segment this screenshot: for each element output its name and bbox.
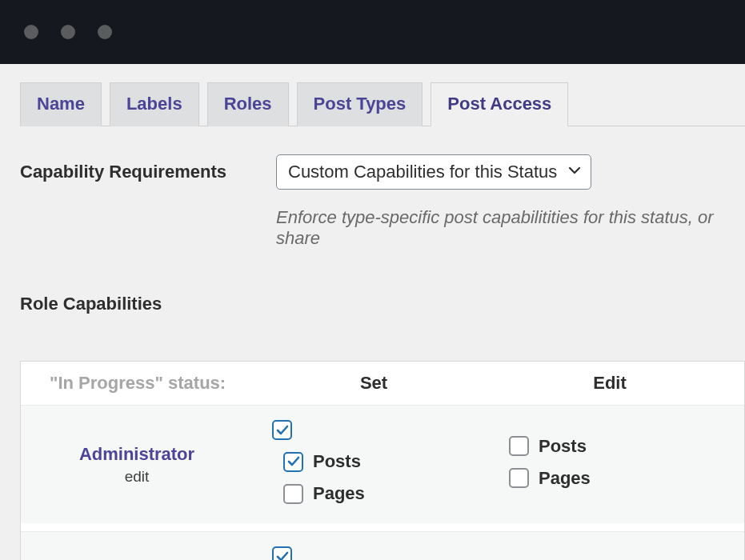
set-posts-row: Posts — [283, 451, 466, 472]
edit-posts-row: Posts — [509, 436, 703, 457]
set-posts-label: Posts — [313, 451, 361, 472]
tab-post-access[interactable]: Post Access — [431, 82, 568, 126]
table-row-gap — [21, 523, 744, 531]
window-titlebar — [0, 0, 745, 64]
set-cell: Posts Pages — [253, 406, 485, 523]
set-all-row-2 — [272, 546, 466, 560]
edit-column-header: Edit — [490, 373, 730, 394]
tab-labels[interactable]: Labels — [110, 82, 199, 126]
set-column-header: Set — [258, 373, 490, 394]
table-row: Administrator edit Posts Pages — [21, 405, 744, 523]
role-name[interactable]: Administrator — [79, 444, 194, 465]
traffic-light-minimize[interactable] — [61, 25, 75, 39]
edit-pages-row: Pages — [509, 468, 703, 489]
role-edit-link[interactable]: edit — [125, 468, 150, 486]
edit-cell: Posts Pages — [490, 406, 722, 523]
edit-pages-checkbox[interactable] — [509, 468, 529, 488]
capability-helper-text: Enforce type-specific post capabilititie… — [276, 207, 745, 249]
edit-posts-label: Posts — [539, 436, 587, 457]
table-row — [21, 531, 744, 560]
set-all-checkbox[interactable] — [272, 420, 292, 440]
capability-select-value: Custom Capabilities for this Status — [288, 162, 557, 182]
traffic-light-maximize[interactable] — [98, 25, 112, 39]
set-posts-checkbox[interactable] — [283, 452, 303, 472]
status-column-header: "In Progress" status: — [21, 373, 258, 394]
tab-name[interactable]: Name — [20, 82, 102, 126]
table-header: "In Progress" status: Set Edit — [21, 362, 744, 405]
set-all-row — [272, 420, 466, 440]
main-content: Name Labels Roles Post Types Post Access… — [0, 64, 745, 560]
tab-roles[interactable]: Roles — [207, 82, 289, 126]
edit-pages-label: Pages — [539, 468, 591, 489]
set-all-checkbox-2[interactable] — [272, 546, 292, 560]
role-cell: Administrator edit — [21, 406, 253, 523]
set-cell — [253, 532, 485, 560]
edit-cell — [490, 532, 722, 560]
set-pages-checkbox[interactable] — [283, 484, 303, 504]
edit-posts-checkbox[interactable] — [509, 436, 529, 456]
set-pages-label: Pages — [313, 483, 365, 504]
capability-select[interactable]: Custom Capabilities for this Status — [276, 154, 591, 190]
tabs-nav: Name Labels Roles Post Types Post Access — [20, 82, 745, 126]
tab-post-types[interactable]: Post Types — [297, 82, 423, 126]
role-capabilities-table: "In Progress" status: Set Edit Administr… — [20, 361, 745, 560]
role-capabilities-label: Role Capabilities — [20, 294, 745, 314]
role-cell — [21, 532, 253, 560]
capability-requirements-section: Capability Requirements Custom Capabilit… — [20, 154, 745, 249]
traffic-light-close[interactable] — [24, 25, 38, 39]
capability-requirements-label: Capability Requirements — [20, 154, 276, 182]
set-pages-row: Pages — [283, 483, 466, 504]
capability-select-wrapper: Custom Capabilities for this Status — [276, 154, 591, 190]
